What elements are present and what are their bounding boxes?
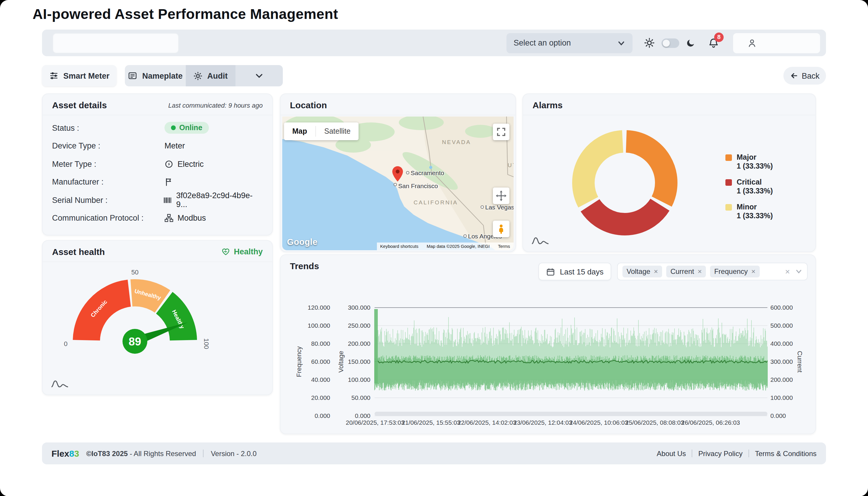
- tab-audit[interactable]: Audit: [186, 65, 235, 87]
- footer: Flex83 ©IoT83 2025 - All Rights Reserved…: [42, 443, 826, 464]
- detail-row-protocol: Communication Protocol : Modbus: [52, 209, 263, 227]
- about-us-link[interactable]: About Us: [657, 449, 686, 458]
- user-menu[interactable]: [733, 33, 820, 53]
- detail-row-device-type: Device Type : Meter: [52, 137, 263, 155]
- page-title: AI-powered Asset Performance Management: [33, 6, 338, 22]
- svg-text:0.000: 0.000: [355, 412, 370, 419]
- tab-nameplate[interactable]: Nameplate: [125, 65, 186, 87]
- theme-toggle[interactable]: [662, 38, 679, 48]
- pan-control-button[interactable]: [493, 187, 509, 204]
- detail-row-status: Status : Online: [52, 119, 263, 137]
- chip-frequency: Frequency ×: [710, 266, 759, 277]
- search-input[interactable]: [53, 33, 179, 53]
- legend-item-major[interactable]: Major 1 (33.33%): [725, 153, 773, 171]
- map-button[interactable]: Map: [284, 122, 315, 140]
- map-city-label: Sacramento: [410, 169, 444, 176]
- svg-text:120.000: 120.000: [308, 304, 330, 311]
- svg-text:20/06/2025, 17:53:03: 20/06/2025, 17:53:03: [346, 419, 405, 426]
- map[interactable]: NEVADA CALIFORNIA UT Sacramento San Fran…: [282, 117, 514, 250]
- privacy-policy-link[interactable]: Privacy Policy: [698, 449, 743, 458]
- chip-close-icon[interactable]: ×: [698, 267, 702, 276]
- topbar-right-cluster: Select an option 8: [507, 33, 820, 53]
- network-icon: [165, 214, 173, 223]
- svg-text:Voltage: Voltage: [337, 351, 345, 372]
- date-range-button[interactable]: Last 15 days: [539, 263, 611, 280]
- last-communicated: Last communicated: 9 hours ago: [168, 102, 263, 109]
- keyboard-shortcuts-link[interactable]: Keyboard shortcuts: [380, 244, 418, 249]
- fullscreen-button[interactable]: [493, 124, 509, 140]
- heart-icon: [221, 247, 230, 256]
- svg-text:500.000: 500.000: [770, 322, 793, 329]
- calendar-icon: [546, 267, 555, 276]
- electric-meter-icon: [165, 160, 173, 169]
- sparkline-button[interactable]: [51, 379, 68, 389]
- pegman-button[interactable]: [493, 221, 509, 237]
- smart-meter-icon: [49, 71, 59, 80]
- svg-text:20.000: 20.000: [311, 394, 330, 401]
- clear-all-icon[interactable]: ×: [785, 267, 790, 276]
- health-status: Healthy: [221, 247, 263, 256]
- svg-text:150.000: 150.000: [348, 358, 370, 365]
- svg-text:250.000: 250.000: [348, 322, 370, 329]
- moon-icon[interactable]: [686, 38, 695, 47]
- tab-group: Nameplate Audit: [125, 65, 283, 87]
- google-logo: Google: [287, 237, 318, 247]
- svg-text:80.000: 80.000: [311, 340, 330, 347]
- detail-rows: Status : Online Device Type : Meter Mete…: [43, 115, 272, 227]
- svg-text:0: 0: [64, 340, 67, 347]
- tab-label: Nameplate: [142, 71, 183, 80]
- chevron-down-icon[interactable]: [795, 268, 802, 275]
- card-title: Asset health: [52, 247, 105, 257]
- svg-text:100.000: 100.000: [770, 394, 793, 401]
- legend-swatch-0: [725, 154, 732, 161]
- chevron-down-icon: [617, 39, 625, 47]
- svg-text:26/06/2025, 06:26:03: 26/06/2025, 06:26:03: [681, 419, 740, 426]
- tabs-expand-button[interactable]: [235, 65, 283, 87]
- barcode-icon: [163, 196, 172, 205]
- chip-close-icon[interactable]: ×: [751, 267, 756, 276]
- nameplate-icon: [128, 71, 138, 80]
- satellite-button[interactable]: Satellite: [316, 122, 359, 140]
- map-region-label: CALIFORNIA: [414, 199, 458, 205]
- back-label: Back: [802, 71, 820, 80]
- svg-text:60.000: 60.000: [311, 358, 330, 365]
- chip-close-icon[interactable]: ×: [654, 267, 658, 276]
- card-title: Trends: [290, 261, 319, 271]
- legend-item-critical[interactable]: Critical 1 (33.33%): [725, 178, 773, 196]
- flag-icon: [165, 178, 173, 187]
- sun-icon[interactable]: [644, 38, 654, 48]
- card-title: Asset details: [52, 100, 107, 110]
- svg-text:300.000: 300.000: [770, 358, 793, 365]
- map-city-label: San Francisco: [398, 182, 438, 189]
- tab-label: Audit: [207, 71, 228, 80]
- terms-link[interactable]: Terms: [498, 244, 510, 249]
- map-attribution-bar: Keyboard shortcuts Map data ©2025 Google…: [377, 243, 514, 250]
- sparkline-button[interactable]: [531, 236, 549, 246]
- chip-voltage: Voltage ×: [622, 266, 662, 277]
- svg-text:100.000: 100.000: [348, 376, 370, 383]
- back-button[interactable]: Back: [784, 67, 826, 84]
- terms-conditions-link[interactable]: Terms & Conditions: [755, 449, 817, 458]
- status-dot: [171, 126, 176, 130]
- pegman-icon: [496, 223, 507, 234]
- notifications-button[interactable]: 8: [708, 37, 719, 48]
- svg-text:Current: Current: [796, 351, 804, 372]
- svg-text:25/06/2025, 08:08:03: 25/06/2025, 08:08:03: [625, 419, 684, 426]
- sparkline-icon: [51, 379, 68, 389]
- trends-controls: Last 15 days Voltage × Current × Frequen…: [539, 263, 808, 280]
- svg-text:50: 50: [131, 268, 138, 276]
- card-title: Location: [290, 100, 327, 110]
- serial-number-value: 3f02e8a9-2c9d-4b9e-9...: [176, 191, 263, 209]
- user-icon: [747, 38, 757, 48]
- tab-smart-meter[interactable]: Smart Meter: [42, 65, 117, 87]
- chart-scrollbar: [374, 412, 768, 416]
- series-multiselect[interactable]: Voltage × Current × Frequency × ×: [617, 263, 808, 280]
- option-select[interactable]: Select an option: [507, 33, 633, 53]
- map-pin[interactable]: [392, 166, 403, 182]
- legend-item-minor[interactable]: Minor 1 (33.33%): [725, 203, 773, 221]
- audit-icon: [194, 71, 203, 80]
- svg-text:21/06/2025, 15:55:03: 21/06/2025, 15:55:03: [402, 419, 461, 426]
- svg-text:200.000: 200.000: [348, 340, 370, 347]
- trends-chart[interactable]: 120.000300.000600.000100.000250.000500.0…: [280, 288, 817, 435]
- asset-health-card: Asset health Healthy ChronicUnhealthyHea…: [42, 240, 273, 395]
